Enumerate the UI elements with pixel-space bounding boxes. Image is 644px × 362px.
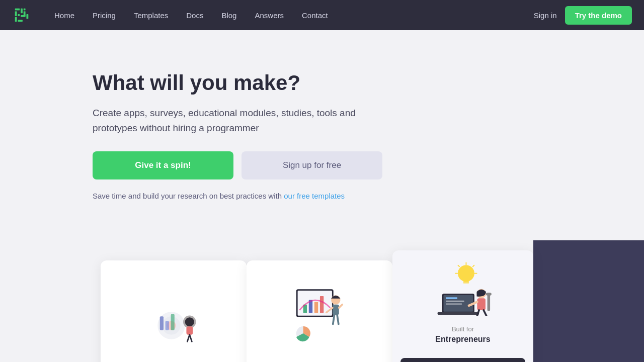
svg-line-40 bbox=[458, 265, 460, 267]
try-demo-button[interactable]: Try the demo bbox=[565, 6, 632, 25]
hero-buttons: Give it a spin! Sign up for free bbox=[93, 151, 564, 179]
svg-rect-10 bbox=[27, 14, 29, 19]
card-entrepreneur-illustration bbox=[392, 250, 533, 325]
svg-rect-29 bbox=[333, 304, 339, 314]
give-it-a-spin-button[interactable]: Give it a spin! bbox=[93, 151, 233, 179]
svg-rect-51 bbox=[488, 293, 491, 311]
svg-rect-47 bbox=[438, 312, 479, 315]
svg-rect-19 bbox=[186, 327, 193, 335]
card-entrepreneur-text: Built for Entrepreneurs bbox=[429, 325, 496, 358]
nav-actions: Sign in Try the demo bbox=[534, 6, 632, 25]
templates-text: Save time and build your research on bes… bbox=[93, 192, 564, 200]
free-templates-link[interactable]: our free templates bbox=[284, 192, 345, 200]
svg-rect-16 bbox=[171, 314, 175, 330]
card-center-illustration bbox=[247, 260, 392, 362]
svg-line-21 bbox=[190, 335, 192, 342]
nav-home[interactable]: Home bbox=[47, 7, 82, 24]
svg-point-35 bbox=[458, 265, 474, 282]
card-left-illustration bbox=[101, 260, 247, 362]
svg-rect-44 bbox=[446, 297, 457, 299]
sign-up-free-button[interactable]: Sign up for free bbox=[242, 151, 382, 179]
svg-rect-52 bbox=[486, 293, 492, 296]
svg-rect-2 bbox=[15, 11, 17, 16]
svg-rect-45 bbox=[446, 301, 464, 302]
svg-rect-26 bbox=[314, 302, 318, 313]
svg-rect-36 bbox=[463, 281, 469, 284]
hero-section: What will you make? Create apps, surveys… bbox=[0, 30, 644, 240]
nav-contact[interactable]: Contact bbox=[295, 7, 335, 24]
svg-rect-4 bbox=[21, 9, 23, 14]
svg-line-53 bbox=[477, 310, 479, 316]
card-entrepreneur-title: Entrepreneurs bbox=[435, 335, 490, 350]
svg-rect-14 bbox=[160, 317, 164, 330]
svg-rect-9 bbox=[18, 20, 23, 22]
card-center: Built for bbox=[247, 260, 392, 362]
cards-section: Built for bbox=[0, 240, 644, 362]
hero-subtitle: Create apps, surveys, educational module… bbox=[93, 106, 374, 135]
svg-point-18 bbox=[183, 316, 196, 328]
svg-rect-8 bbox=[15, 17, 17, 22]
svg-rect-49 bbox=[477, 298, 486, 310]
svg-rect-5 bbox=[24, 9, 26, 11]
svg-line-38 bbox=[472, 265, 474, 267]
svg-line-54 bbox=[484, 310, 487, 316]
sign-in-link[interactable]: Sign in bbox=[534, 11, 557, 20]
svg-rect-7 bbox=[21, 15, 26, 17]
logo[interactable] bbox=[12, 6, 31, 25]
card-entrepreneur: Built for Entrepreneurs Deploy your MVP … bbox=[392, 250, 533, 362]
svg-line-31 bbox=[339, 304, 342, 307]
svg-rect-1 bbox=[15, 9, 20, 11]
deploy-mvp-button[interactable]: Deploy your MVP quickly → bbox=[400, 358, 525, 362]
svg-rect-27 bbox=[320, 296, 324, 313]
hero-title: What will you make? bbox=[93, 70, 564, 96]
card-left bbox=[101, 260, 247, 362]
svg-line-33 bbox=[337, 315, 339, 324]
nav-links: Home Pricing Templates Docs Blog Answers… bbox=[47, 7, 534, 24]
card-entrepreneur-built-for-label: Built for bbox=[435, 325, 490, 335]
svg-rect-15 bbox=[166, 321, 169, 330]
nav-docs[interactable]: Docs bbox=[179, 7, 210, 24]
nav-pricing[interactable]: Pricing bbox=[86, 7, 123, 24]
svg-rect-3 bbox=[18, 14, 20, 16]
navbar: Home Pricing Templates Docs Blog Answers… bbox=[0, 0, 644, 30]
svg-rect-46 bbox=[446, 303, 462, 305]
purple-bg-decoration bbox=[533, 240, 644, 362]
nav-answers[interactable]: Answers bbox=[248, 7, 291, 24]
nav-templates[interactable]: Templates bbox=[127, 7, 175, 24]
nav-blog[interactable]: Blog bbox=[214, 7, 244, 24]
